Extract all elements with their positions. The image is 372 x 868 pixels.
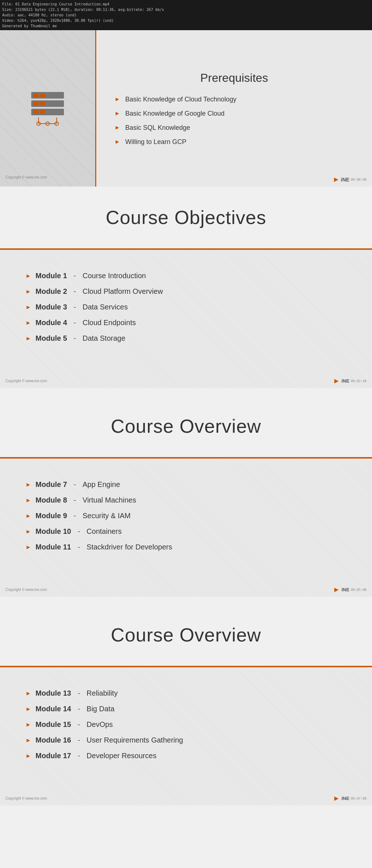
prerequisites-title: Prerequisites: [114, 71, 354, 85]
slide-prereq-right-panel: Prerequisites ► Basic Knowledge of Cloud…: [96, 30, 372, 187]
obj-arrow-2: ►: [25, 288, 31, 295]
overview1-module-9: ► Module 9 - Security & IAM: [25, 512, 347, 520]
prereq-text-2: Basic Knowledge of Google Cloud: [125, 110, 225, 117]
overview1-module-10: ► Module 10 - Containers: [25, 527, 347, 536]
ov1-name-11: Stackdriver for Developers: [86, 543, 172, 551]
course-objectives-title-slide: Course Objectives: [0, 187, 372, 248]
svg-rect-5: [40, 102, 45, 105]
slide-course-overview-1-modules: ► Module 7 - App Engine ► Module 8 - Vir…: [0, 459, 372, 597]
file-info-line1: File: 01 Data Engineering Course Introdu…: [2, 1, 370, 7]
obj-arrow-5: ►: [25, 335, 31, 342]
file-info-line3: Audio: aac, 44100 Hz, stereo (und): [2, 12, 370, 18]
objectives-module-2: ► Module 2 - Cloud Platform Overview: [25, 287, 347, 296]
ov2-arrow-13: ►: [25, 690, 31, 697]
ov1-arrow-9: ►: [25, 513, 31, 519]
ov1-arrow-10: ►: [25, 528, 31, 535]
obj-num-5: Module 5: [36, 334, 67, 343]
ov2-num-16: Module 16: [36, 736, 71, 744]
ov1-num-9: Module 9: [36, 512, 67, 520]
slide-prerequisites: Prerequisites ► Basic Knowledge of Cloud…: [0, 30, 372, 187]
ine-logo-2: ►: [333, 377, 340, 385]
slide4-footer: Copyright © www.ine.com ► iNE 00:07:08: [0, 794, 372, 803]
ine-logo-4: ►: [333, 794, 340, 803]
prereq-arrow-2: ►: [114, 110, 120, 117]
objectives-module-list: ► Module 1 - Course Introduction ► Modul…: [25, 272, 347, 343]
prereq-arrow-4: ►: [114, 139, 120, 145]
prereq-item-4: ► Willing to Learn GCP: [114, 138, 354, 146]
ov2-name-14: Big Data: [86, 705, 114, 713]
ov1-name-7: App Engine: [82, 480, 120, 489]
file-info-line4: Video: h264, yuv420p, 1920x1080, 30.00 f…: [2, 18, 370, 23]
ov2-num-15: Module 15: [36, 720, 71, 729]
slide2-footer: Copyright © www.ine.com ► iNE 00:02:44: [0, 377, 372, 385]
prereq-text-3: Basic SQL Knowledge: [125, 124, 190, 132]
overview1-module-7: ► Module 7 - App Engine: [25, 480, 347, 489]
ine-text-2: iNE: [341, 378, 349, 384]
overview2-module-13: ► Module 13 - Reliability: [25, 689, 347, 697]
ov2-name-13: Reliability: [86, 689, 118, 697]
slide2-copyright: Copyright © www.ine.com: [5, 379, 47, 383]
prerequisites-list: ► Basic Knowledge of Cloud Technology ► …: [114, 96, 354, 146]
ov2-name-15: DevOps: [86, 720, 113, 729]
svg-rect-7: [33, 110, 39, 114]
file-info-line2: Size: 23196521 bytes (22.1 MiB), duratio…: [2, 7, 370, 12]
prereq-text-4: Willing to Learn GCP: [125, 138, 186, 146]
slide3-footer: Copyright © www.ine.com ► iNE 00:05:00: [0, 585, 372, 594]
slide1-timestamp: 00:00:00: [351, 178, 367, 181]
obj-name-2: Cloud Platform Overview: [82, 287, 163, 296]
slide3-timestamp: 00:05:00: [351, 588, 367, 592]
overview2-module-14: ► Module 14 - Big Data: [25, 705, 347, 713]
ov1-name-9: Security & IAM: [82, 512, 130, 520]
obj-name-3: Data Services: [82, 303, 128, 311]
ov1-name-8: Virtual Machines: [82, 496, 136, 504]
course-overview-heading-1: Course Overview: [111, 415, 261, 437]
obj-arrow-1: ►: [25, 273, 31, 279]
ov2-arrow-16: ►: [25, 737, 31, 744]
server-stack-icon: [28, 90, 68, 127]
ov2-name-16: User Requirements Gathering: [86, 736, 183, 744]
slide4-copyright: Copyright © www.ine.com: [5, 796, 47, 800]
overview2-module-15: ► Module 15 - DevOps: [25, 720, 347, 729]
obj-num-3: Module 3: [36, 303, 67, 311]
prereq-arrow-3: ►: [114, 124, 120, 131]
slide2-timestamp: 00:02:44: [351, 379, 367, 383]
ov1-arrow-8: ►: [25, 497, 31, 504]
obj-num-4: Module 4: [36, 319, 67, 327]
ov2-name-17: Developer Resources: [86, 752, 156, 760]
ine-text-3: iNE: [341, 587, 349, 592]
slide3-copyright: Copyright © www.ine.com: [5, 588, 47, 592]
prereq-text-1: Basic Knowledge of Cloud Technology: [125, 96, 236, 103]
course-objectives-heading: Course Objectives: [106, 207, 266, 228]
obj-arrow-4: ►: [25, 320, 31, 326]
overview2-module-17: ► Module 17 - Developer Resources: [25, 752, 347, 760]
prereq-item-2: ► Basic Knowledge of Google Cloud: [114, 110, 354, 117]
ine-logo-3: ►: [333, 585, 340, 594]
obj-name-5: Data Storage: [82, 334, 125, 343]
slide-course-overview-2-modules: ► Module 13 - Reliability ► Module 14 - …: [0, 667, 372, 805]
overview2-module-16: ► Module 16 - User Requirements Gatherin…: [25, 736, 347, 744]
slide4-timestamp: 00:07:08: [351, 797, 367, 800]
obj-name-1: Course Introduction: [82, 272, 146, 280]
ov1-num-10: Module 10: [36, 527, 71, 536]
svg-rect-2: [40, 93, 45, 97]
ov1-arrow-11: ►: [25, 544, 31, 551]
obj-num-1: Module 1: [36, 272, 67, 280]
prereq-arrow-1: ►: [114, 96, 120, 103]
ine-mark-1: ►: [333, 175, 340, 184]
objectives-module-1: ► Module 1 - Course Introduction: [25, 272, 347, 280]
objectives-module-5: ► Module 5 - Data Storage: [25, 334, 347, 343]
ine-text-4: iNE: [341, 796, 349, 801]
prereq-item-1: ► Basic Knowledge of Cloud Technology: [114, 96, 354, 103]
ov1-name-10: Containers: [86, 527, 122, 536]
overview1-module-11: ► Module 11 - Stackdriver for Developers: [25, 543, 347, 551]
obj-arrow-3: ►: [25, 304, 31, 311]
ine-logo-1: ► iNE: [333, 175, 349, 184]
overview1-module-8: ► Module 8 - Virtual Machines: [25, 496, 347, 504]
svg-rect-1: [33, 93, 39, 97]
ov1-num-7: Module 7: [36, 480, 67, 489]
slide1-footer: Copyright © www.ine.com ► iNE 00:00:00: [0, 175, 372, 184]
svg-rect-8: [40, 110, 45, 114]
overview2-module-list: ► Module 13 - Reliability ► Module 14 - …: [25, 689, 347, 760]
file-info-line5: Generated by Thumbnail me: [2, 23, 370, 29]
prereq-item-3: ► Basic SQL Knowledge: [114, 124, 354, 132]
